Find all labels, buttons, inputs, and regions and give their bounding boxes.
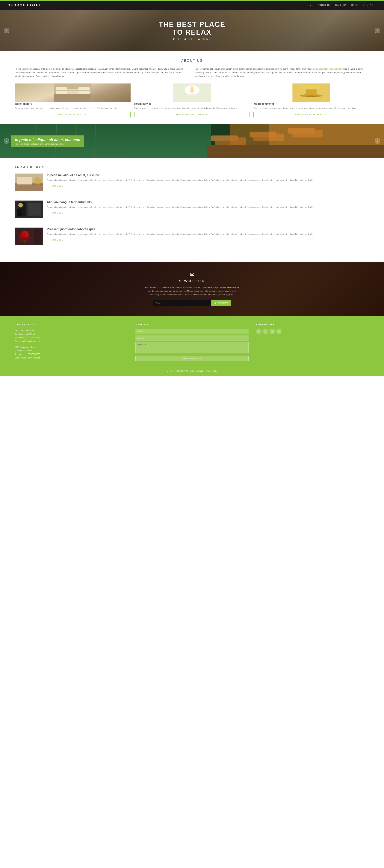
footer-follow-title: FOLLOW US: [256, 323, 369, 326]
svg-point-15: [301, 85, 322, 90]
footer-address3: 4901 Maplewood Drive: [15, 345, 128, 349]
blog-post-2-text: Fusce euismod consequat ante. Lorem ipsu…: [47, 206, 369, 209]
envelope-icon: ✉: [7, 271, 377, 277]
footer: CONTACT US 9807 / 9807 Still Road Cambri…: [0, 316, 384, 376]
svg-rect-10: [190, 87, 194, 93]
card-hotel-title: Quick History: [15, 102, 131, 105]
footer-address1: 9807 / 9807 Still Road: [15, 329, 128, 333]
pool-banner: ‹ In pede mi, aliquet sit amet, euismod …: [0, 124, 384, 158]
footer-contact-title: CONTACT US: [15, 323, 128, 326]
svg-point-40: [34, 177, 41, 185]
blog-post-2: Aliquam congue fermentum nisl Fusce euis…: [15, 200, 369, 223]
footer-email1: Email: mail@somehome.org: [15, 340, 128, 343]
card-hotel-image: [15, 84, 131, 102]
pool-next-button[interactable]: ›: [375, 138, 380, 144]
blog-post-3-text: Fusce euismod consequat ante. Lorem ipsu…: [47, 232, 369, 236]
card-service: Room service Fusce euismod consequat ant…: [134, 84, 250, 117]
nav-about[interactable]: ABOUT US: [318, 4, 330, 7]
card-service-btn[interactable]: READ MORE ABOUT SERVICES: [134, 112, 250, 117]
blog-section: FROM THE BLOG In pede mi, aliquet sit am…: [0, 158, 384, 262]
social-google-icon[interactable]: g+: [270, 329, 275, 334]
newsletter-email-input[interactable]: [153, 300, 211, 306]
footer-mail-col: MAIL US SEND MESSAGE: [135, 323, 248, 361]
nav-home[interactable]: HOME: [306, 4, 313, 7]
svg-point-50: [20, 232, 26, 238]
blog-post-3-btn[interactable]: READ MORE: [47, 238, 66, 242]
newsletter-text: Fusce euismod consequat ante. Lorem ipsu…: [145, 286, 239, 296]
footer-contact-col: CONTACT US 9807 / 9807 Still Road Cambri…: [15, 323, 128, 361]
svg-rect-39: [17, 177, 32, 185]
blog-post-2-title: Aliquam congue fermentum nisl: [47, 200, 369, 204]
svg-rect-4: [54, 94, 92, 102]
card-hotel-text: Fusce euismod consequat ante. Lorem ipsu…: [15, 107, 131, 110]
blog-post-3-title: Praesent justo dolor, lobortis quis: [47, 227, 369, 231]
about-col1-text: Fusce euismod consequat ante. Lorem ipsu…: [15, 67, 189, 78]
nav-links: HOME ABOUT US GALLERY BLOG CONTACTS: [306, 4, 377, 7]
hero-prev-button[interactable]: ‹: [4, 28, 9, 33]
about-col2-link[interactable]: Mauris accumsan nulla vel diam.: [312, 68, 343, 70]
svg-point-11: [191, 86, 193, 88]
card-recommend-btn[interactable]: READ MORE ABOUT SPECIALS: [253, 112, 369, 117]
svg-rect-51: [24, 240, 25, 244]
blog-post-1-title: In pede mi, aliquet sit amet, euismod: [47, 174, 369, 177]
nav-logo: GEORGE HOTEL: [7, 3, 41, 7]
svg-rect-33: [207, 145, 384, 158]
footer-address4: Juniper, CO4 19849: [15, 349, 128, 352]
card-recommend-image: [253, 84, 369, 102]
about-section: ABOUT US Fusce euismod consequat ante. L…: [0, 51, 384, 124]
blog-title: FROM THE BLOG: [15, 166, 369, 169]
card-hotel-btn[interactable]: READ MORE ABOUT HOTEL: [15, 112, 131, 117]
card-service-text: Fusce euismod consequat ante. Lorem ipsu…: [134, 107, 250, 110]
about-col2-text: Fusce euismod consequat ante. Lorem ipsu…: [195, 67, 369, 78]
blog-post-1-text: Fusce euismod consequat ante. Lorem ipsu…: [47, 178, 369, 182]
blog-post-2-btn[interactable]: READ MORE: [47, 211, 66, 215]
nav-blog[interactable]: BLOG: [351, 4, 358, 7]
svg-point-45: [19, 203, 23, 208]
footer-privacy-link[interactable]: Privacy Policy: [205, 370, 217, 372]
footer-name-input[interactable]: [135, 329, 248, 334]
card-recommend-title: We Recommend: [253, 102, 369, 105]
newsletter-title: NEWSLETTER: [7, 280, 377, 283]
about-title: ABOUT US: [15, 59, 369, 63]
svg-rect-46: [17, 209, 23, 216]
blog-post-1-btn[interactable]: READ MORE: [47, 184, 66, 188]
card-service-image: [134, 84, 250, 102]
blog-post-1-image: [15, 174, 43, 191]
footer-message-input[interactable]: [135, 342, 248, 353]
social-twitter-icon[interactable]: t: [263, 329, 268, 334]
blog-post-1: In pede mi, aliquet sit amet, euismod Fu…: [15, 174, 369, 196]
footer-phone2: Telephone: +1 909-601-6905: [15, 352, 128, 356]
footer-copyright: George Hotel © 2015 All Rights Reserved …: [167, 370, 205, 372]
svg-rect-5: [55, 90, 91, 91]
footer-address2: Cambridge, MA26 9081: [15, 333, 128, 336]
navbar: GEORGE HOTEL HOME ABOUT US GALLERY BLOG …: [0, 1, 384, 10]
footer-bottom: George Hotel © 2015 All Rights Reserved …: [15, 367, 369, 372]
svg-rect-44: [28, 203, 41, 216]
nav-contacts[interactable]: CONTACTS: [363, 4, 377, 7]
card-recommend-text: Fusce euismod consequat ante. Lorem ipsu…: [253, 107, 369, 110]
nav-gallery[interactable]: GALLERY: [335, 4, 347, 7]
blog-post-3-image: [15, 227, 43, 245]
footer-send-btn[interactable]: SEND MESSAGE: [135, 356, 248, 361]
footer-email-input[interactable]: [135, 335, 248, 340]
svg-rect-52: [34, 229, 41, 244]
blog-post-3: Praesent justo dolor, lobortis quis Fusc…: [15, 227, 369, 250]
hero-title: THE BEST PLACETO RELAX: [159, 21, 225, 36]
newsletter-section: ✉ NEWSLETTER Fusce euismod consequat ant…: [0, 262, 384, 316]
newsletter-subscribe-btn[interactable]: SUBSCRIBE: [211, 300, 231, 306]
footer-mail-title: MAIL US: [135, 323, 248, 326]
blog-post-2-image: [15, 200, 43, 218]
svg-rect-41: [15, 184, 43, 185]
footer-follow-col: FOLLOW US f t g+ in: [256, 323, 369, 361]
card-recommend: We Recommend Fusce euismod consequat ant…: [253, 84, 369, 117]
hero-subtitle: HOTEL & RESTAURANT: [159, 37, 225, 40]
svg-point-9: [185, 94, 199, 96]
card-service-title: Room service: [134, 102, 250, 105]
social-linkedin-icon[interactable]: in: [276, 329, 282, 334]
footer-email2: Email: mail@somehome.org: [15, 356, 128, 360]
hero-next-button[interactable]: ›: [375, 28, 380, 33]
svg-rect-17: [307, 96, 316, 97]
social-facebook-icon[interactable]: f: [256, 329, 261, 334]
pool-title: In pede mi, aliquet sit amet, euismod: [15, 138, 80, 142]
pool-subtitle: Fusce euismod consequat ante. Lorem ipsu…: [15, 143, 80, 145]
